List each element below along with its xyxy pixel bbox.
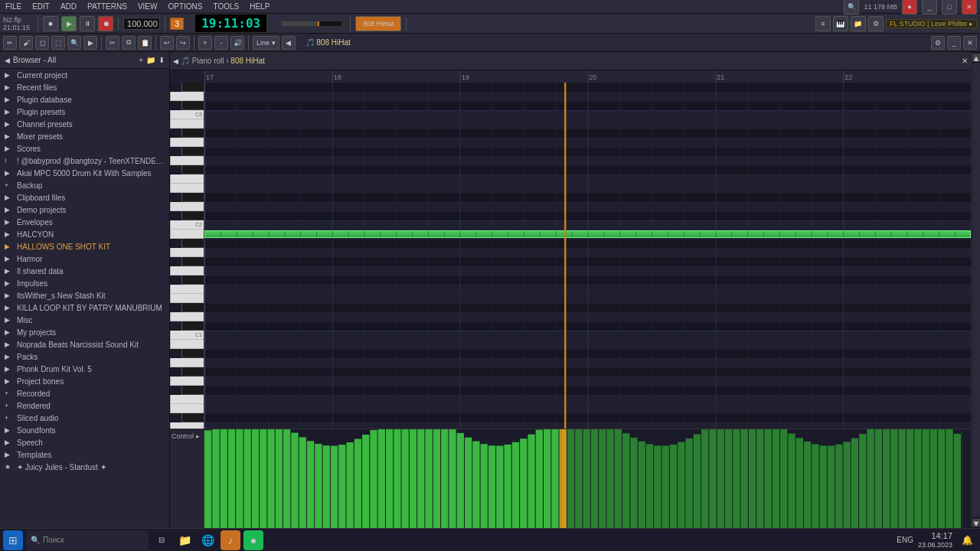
sidebar-item-15[interactable]: ▶Harmor: [0, 253, 169, 265]
sidebar-item-19[interactable]: ▶KILLA LOOP KIT BY PATRY MANUBRIUM: [0, 302, 169, 314]
bpm-display[interactable]: 100.000: [123, 18, 160, 30]
sidebar-item-4[interactable]: ▶Channel presets: [0, 118, 169, 130]
piano-key-34[interactable]: [181, 129, 204, 138]
sidebar-item-20[interactable]: ▶Misc: [0, 314, 169, 326]
pr-minimize[interactable]: _: [947, 36, 961, 50]
sidebar-item-16[interactable]: ▶Il shared data: [0, 265, 169, 277]
select-tool[interactable]: ⬚: [51, 36, 65, 50]
piano-key-10[interactable]: [181, 349, 204, 358]
sidebar-item-3[interactable]: ▶Plugin presets: [0, 106, 169, 118]
piano-key-21[interactable]: [170, 248, 204, 257]
sidebar-item-18[interactable]: ▶ItsWither_s New Stash Kit: [0, 289, 169, 302]
piano-key-12[interactable]: C1: [170, 331, 204, 340]
play-tool[interactable]: ▶: [83, 36, 97, 50]
piano-key-37[interactable]: [181, 101, 204, 110]
mixer-icon[interactable]: ≡: [815, 16, 831, 31]
play-btn[interactable]: ▶: [61, 16, 77, 31]
piano-key-8[interactable]: [181, 367, 204, 377]
sidebar-item-23[interactable]: ▶Packs: [0, 350, 169, 363]
sidebar-item-22[interactable]: ▶Noprada Beats Narcissist Sound Kit: [0, 338, 169, 350]
piano-key-11[interactable]: [170, 340, 204, 349]
piano-key-33[interactable]: [170, 138, 204, 147]
piano-key-30[interactable]: [181, 165, 204, 174]
sidebar-item-31[interactable]: ▶Templates: [0, 448, 169, 461]
close-btn[interactable]: ✕: [962, 0, 977, 15]
draw-tool[interactable]: ✏: [3, 36, 17, 50]
copy-tool[interactable]: ⧉: [122, 36, 136, 50]
snap-arrow[interactable]: ◀: [282, 36, 296, 50]
sidebar-item-11[interactable]: ▶Demo projects: [0, 204, 169, 216]
sidebar-item-0[interactable]: ▶Current project: [0, 69, 169, 81]
browser-taskbar-icon[interactable]: 🌐: [198, 530, 217, 550]
zoom-out-tool[interactable]: -: [214, 36, 228, 50]
sidebar-item-8[interactable]: ▶Akai MPC 5000 Drum Kit With Samples: [0, 167, 169, 179]
piano-key-23[interactable]: [170, 230, 204, 239]
menu-view[interactable]: VIEW: [136, 2, 160, 11]
menu-edit[interactable]: EDIT: [30, 2, 52, 11]
menu-add[interactable]: ADD: [58, 2, 79, 11]
piano-key-28[interactable]: [170, 184, 204, 193]
piano-key-2[interactable]: [170, 422, 204, 429]
start-icon[interactable]: ⊞: [3, 530, 23, 550]
cut-tool[interactable]: ✂: [106, 36, 119, 50]
search-icon[interactable]: 🔍: [844, 0, 859, 15]
piano-key-6[interactable]: [181, 386, 204, 395]
spotify-icon[interactable]: ●: [243, 530, 263, 550]
instrument-btn[interactable]: 808 HiHat: [355, 16, 401, 31]
piano-key-27[interactable]: [181, 193, 204, 202]
piano-key-24[interactable]: C2: [170, 220, 204, 230]
piano-key-22[interactable]: [181, 239, 204, 248]
piano-key-9[interactable]: [170, 358, 204, 367]
sidebar-item-6[interactable]: ▶Scores: [0, 142, 169, 155]
sidebar-item-5[interactable]: ▶Mixer presets: [0, 130, 169, 142]
record-btn[interactable]: ●: [902, 0, 917, 15]
piano-key-36[interactable]: C3: [170, 110, 204, 119]
file-explorer-icon[interactable]: 📁: [175, 530, 194, 550]
sidebar-item-14[interactable]: ▶HALLOWS ONE SHOT KIT: [0, 240, 169, 253]
search-taskbar[interactable]: 🔍 Поиск: [26, 530, 149, 550]
sidebar-item-10[interactable]: ▶Clipboard files: [0, 191, 169, 204]
paint-tool[interactable]: 🖌: [19, 36, 33, 50]
piano-key-14[interactable]: [170, 312, 204, 321]
snap-select[interactable]: Line ▾: [253, 36, 279, 50]
sidebar-item-25[interactable]: ▶Project bones: [0, 375, 169, 387]
pause-btn[interactable]: ⏸: [80, 16, 95, 31]
piano-key-20[interactable]: [181, 257, 204, 266]
task-view[interactable]: ⊟: [152, 530, 172, 550]
piano-key-16[interactable]: [170, 294, 204, 303]
sidebar-item-9[interactable]: +Backup: [0, 179, 169, 191]
piano-key-39[interactable]: [181, 83, 204, 92]
sidebar-add-icon[interactable]: +: [139, 56, 143, 64]
maximize-btn[interactable]: □: [942, 0, 957, 15]
sidebar-item-30[interactable]: ▶Speech: [0, 436, 169, 448]
fl-studio-icon[interactable]: ♪: [220, 530, 240, 550]
volume-tool[interactable]: 🔊: [230, 36, 244, 50]
sidebar-item-17[interactable]: ▶Impulses: [0, 277, 169, 289]
menu-tools[interactable]: TOOLS: [211, 2, 241, 11]
piano-key-38[interactable]: [170, 92, 204, 101]
sidebar-item-26[interactable]: +Recorded: [0, 387, 169, 399]
browser-icon[interactable]: 📁: [851, 16, 866, 31]
pr-settings[interactable]: ⚙: [931, 36, 945, 50]
settings-icon[interactable]: ⚙: [868, 16, 884, 31]
sidebar-item-24[interactable]: ▶Phonk Drum Kit Vol. 5: [0, 363, 169, 375]
stop-btn[interactable]: ■: [43, 16, 58, 31]
sidebar-item-7[interactable]: !! @babyprod @bangtozy - TeenXTENDED Dru…: [0, 155, 169, 167]
right-scrollbar[interactable]: ▲ ▼: [971, 52, 980, 528]
note-grid[interactable]: [204, 83, 971, 429]
piano-key-35[interactable]: [170, 119, 204, 129]
minimize-btn[interactable]: _: [922, 0, 937, 15]
piano-key-5[interactable]: [170, 395, 204, 404]
paste-tool[interactable]: 📋: [138, 36, 152, 50]
sidebar-item-13[interactable]: ▶HALCYON: [0, 228, 169, 240]
piano-key-3[interactable]: [181, 413, 204, 422]
piano-key-31[interactable]: [170, 156, 204, 165]
notification-icon[interactable]: 🔔: [957, 530, 977, 550]
sidebar-item-21[interactable]: ▶My projects: [0, 326, 169, 338]
undo-tool[interactable]: ↩: [160, 36, 174, 50]
piano-key-25[interactable]: [181, 211, 204, 220]
piano-key-18[interactable]: [181, 276, 204, 285]
erase-tool[interactable]: ◻: [35, 36, 49, 50]
menu-file[interactable]: FILE: [3, 2, 24, 11]
pr-close-btn[interactable]: ✕: [962, 57, 968, 65]
